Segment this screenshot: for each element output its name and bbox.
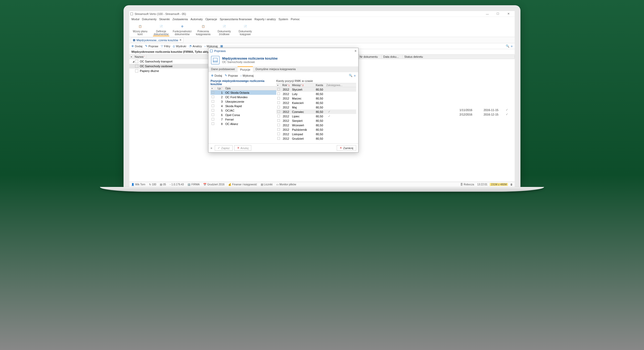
position-row[interactable]: 2OC Ford Mondeo (211, 95, 276, 99)
sb-trash[interactable]: 🗑 (509, 183, 514, 186)
dialog-search-button[interactable]: 🔍 (349, 74, 352, 77)
amount-row[interactable]: 2012Marzec80,50 (276, 96, 356, 101)
position-row[interactable]: 8OC Alianz (211, 122, 276, 126)
lp-col[interactable]: Lp.˄ (215, 87, 224, 90)
amount-row[interactable]: 2012Luty80,50 (276, 92, 356, 96)
tab-2[interactable]: Domyślne miejsca księgowania (253, 66, 298, 72)
checkbox[interactable] (276, 137, 281, 140)
menu-operacje[interactable]: Operacje (205, 18, 217, 21)
menu-sprawozdania finansowe[interactable]: Sprawozdania finansowe (220, 18, 252, 21)
miesiac-col[interactable]: Miesiąc˄2 (291, 84, 309, 87)
main-row[interactable]: 2/12/20162016-12-15✓ (459, 112, 512, 117)
maximize-button[interactable]: ☐ (493, 12, 503, 15)
ribbon-definicje[interactable]: 📄Definicjedokumentów (153, 23, 169, 36)
dialog-close-button[interactable]: ✕ (354, 49, 357, 53)
checkbox[interactable] (276, 88, 281, 91)
save-button[interactable]: ✓Zapisz (215, 145, 232, 151)
close-button[interactable]: ✕ (503, 12, 514, 15)
ribbon-dokumenty[interactable]: 📄Dokumentyksięgowe (237, 23, 253, 36)
col-status[interactable]: Status dekretu (403, 55, 515, 58)
checkbox[interactable] (211, 113, 215, 117)
checkbox[interactable] (135, 60, 138, 63)
menu-zestawienia[interactable]: Zestawienia (172, 18, 188, 21)
checkbox[interactable] (135, 69, 138, 72)
main-row[interactable]: 1/11/20162016-11-15✓ (459, 108, 512, 112)
zaks-col[interactable]: Zaksięgowa... (325, 84, 356, 87)
name-column[interactable]: Nazwa˄ (133, 55, 147, 58)
close-dialog-button[interactable]: ✕Zamknij (337, 145, 356, 151)
checkbox[interactable] (276, 115, 281, 118)
ribbon-dokumenty[interactable]: 📄Dokumentyźródłowe (216, 23, 232, 36)
menu-automaty[interactable]: Automaty (191, 18, 203, 21)
ribbon-funkcjonalności[interactable]: ⚙Funkcjonalnościdokumentów (174, 23, 190, 36)
menu-moduł[interactable]: Moduł (131, 18, 139, 21)
checkbox[interactable] (211, 96, 215, 99)
menu-icon[interactable]: ≡ (211, 147, 212, 150)
execute-button[interactable]: ›Wykonaj (205, 45, 218, 48)
position-row[interactable]: 1OC Skoda Octavia (211, 90, 276, 95)
amount-row[interactable]: 2012Lipiec80,50✓ (276, 114, 356, 118)
dialog-list-button[interactable]: ≡ (354, 74, 356, 77)
minimize-button[interactable]: — (482, 12, 493, 15)
kwota-col[interactable]: Kwota (309, 84, 325, 87)
col-date[interactable]: Data doku... (382, 55, 403, 58)
menu-raporty i analizy[interactable]: Raporty i analizy (254, 18, 276, 21)
cancel-button[interactable]: ✕Anuluj (234, 145, 252, 151)
amount-row[interactable]: 2012Styczeń80,50 (276, 87, 356, 92)
amount-row[interactable]: 2012Kwiecień80,50 (276, 101, 356, 105)
checkbox[interactable] (211, 118, 215, 121)
search-button[interactable]: 🔍 (506, 44, 509, 48)
checkbox[interactable] (276, 97, 281, 100)
dialog-add-button[interactable]: ⊕Dodaj (211, 74, 222, 77)
analyze-button[interactable]: ◔Analizy (189, 44, 202, 48)
opis-col[interactable]: Opis (224, 87, 276, 90)
position-row[interactable]: 4Skoda Rapid (211, 104, 276, 108)
checkbox[interactable] (276, 133, 281, 136)
checkbox[interactable] (276, 92, 281, 96)
ribbon-icon: 📋 (137, 23, 143, 29)
menu-słowniki[interactable]: Słowniki (159, 18, 170, 21)
ribbon-wzory planu[interactable]: 📋Wzory planukont (132, 23, 148, 36)
grid-settings-button[interactable]: ▦ (220, 44, 223, 48)
checkbox[interactable] (211, 109, 215, 112)
dialog-edit-button[interactable]: ✎Popraw (225, 74, 238, 77)
close-tab-icon[interactable]: ✕ (179, 38, 182, 42)
checkbox[interactable] (135, 65, 138, 68)
checkbox[interactable] (211, 100, 215, 103)
checkbox[interactable] (276, 106, 281, 109)
menu-dokumenty[interactable]: Dokumenty (142, 18, 157, 21)
col-nr[interactable]: Nr dokumentu (358, 55, 382, 58)
checkbox[interactable] (276, 124, 281, 127)
amount-row[interactable]: 2012Wrzesień80,50 (276, 123, 356, 127)
ribbon-polecenia[interactable]: 📋Poleceniaksięgowania (195, 23, 211, 36)
tab-1[interactable]: Pozycje (238, 66, 253, 72)
edit-button[interactable]: ✎Popraw (145, 44, 158, 48)
print-button[interactable]: ⎙Wydruki (173, 45, 186, 48)
add-button[interactable]: ⊕Dodaj (131, 44, 142, 48)
position-row[interactable]: 6Opel Corsa (211, 113, 276, 117)
checkbox[interactable] (276, 119, 281, 122)
position-row[interactable]: 5OC/AC (211, 108, 276, 113)
amount-row[interactable]: 2012Grudzień80,50 (276, 136, 356, 141)
checkbox[interactable] (276, 110, 281, 113)
document-tab[interactable]: ▦ Międzyokresow...czenia kosztów ✕ (131, 38, 183, 43)
checkbox[interactable] (276, 101, 281, 105)
amount-row[interactable]: 2012Czerwiec80,50✓ (276, 109, 356, 114)
filters-button[interactable]: ▽Filtry (161, 44, 170, 48)
tab-0[interactable]: Dane podstawowe (208, 66, 238, 72)
position-row[interactable]: 7Ferrari (211, 117, 276, 122)
amount-row[interactable]: 2012Sierpień80,50 (276, 118, 356, 123)
list-button[interactable]: ≡ (511, 44, 513, 48)
checkbox[interactable] (276, 128, 281, 131)
checkbox[interactable] (211, 105, 215, 108)
menu-system[interactable]: System (278, 18, 288, 21)
position-row[interactable]: 3Ubezpieczenie (211, 99, 276, 104)
menu-pomoc[interactable]: Pomoc (291, 18, 300, 21)
dialog-execute-button[interactable]: ›Wykonaj (241, 74, 254, 77)
checkbox[interactable] (211, 91, 215, 94)
amount-row[interactable]: 2012Maj80,50 (276, 105, 356, 109)
amount-row[interactable]: 2012Listopad80,50 (276, 132, 356, 136)
checkbox[interactable] (211, 122, 215, 126)
amount-row[interactable]: 2012Październik80,50 (276, 127, 356, 132)
rok-col[interactable]: Rok˄1 (281, 84, 291, 87)
